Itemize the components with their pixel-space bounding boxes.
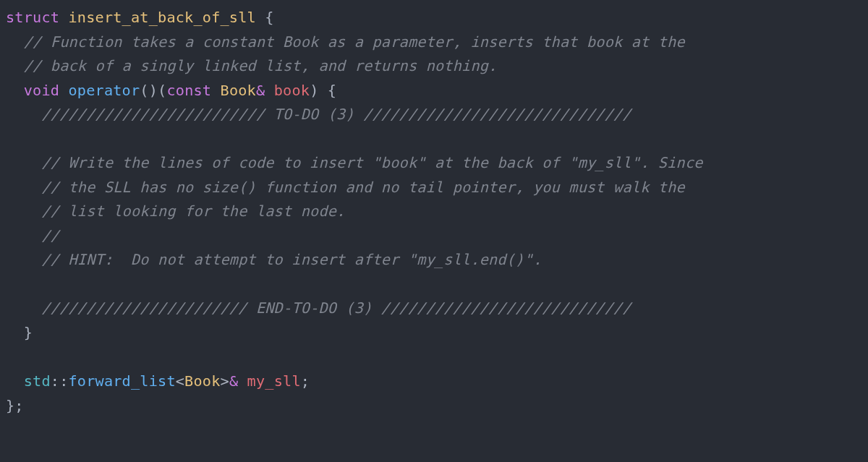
comment-line: // the SLL has no size() function and no… (41, 179, 684, 196)
close-brace: } (24, 324, 33, 341)
comment-line: // back of a singly linked list, and ret… (24, 57, 498, 74)
namespace-std: std (24, 372, 51, 390)
type-struct-name: insert_at_back_of_sll (68, 9, 255, 26)
comment-line: // Function takes a constant Book as a p… (24, 33, 685, 51)
ampersand: & (256, 82, 265, 99)
comment-line: // list looking for the last node. (41, 202, 345, 220)
angle-close: > (221, 372, 229, 390)
close-struct: }; (6, 397, 24, 414)
keyword-void: void (24, 82, 59, 99)
comment-hint: // HINT: Do not attempt to insert after … (41, 251, 542, 268)
comment-line: // Write the lines of code to insert "bo… (41, 154, 702, 171)
fn-forward-list: forward_list (69, 372, 176, 390)
open-brace: { (328, 82, 336, 99)
open-brace: { (265, 9, 273, 26)
param-book: book (274, 82, 310, 99)
comment-line: // (41, 227, 59, 244)
keyword-const: const (166, 82, 211, 99)
double-colon: :: (51, 372, 69, 390)
angle-open: < (176, 372, 184, 390)
member-my-sll: my_sll (247, 372, 301, 390)
fn-operator: operator (69, 82, 140, 99)
comment-todo-open: ///////////////////////// TO-DO (3) ////… (41, 106, 631, 123)
paren-close: ) (149, 82, 158, 99)
code-block: struct insert_at_back_of_sll { // Functi… (0, 0, 868, 418)
comment-todo-close: /////////////////////// END-TO-DO (3) //… (41, 299, 631, 317)
type-book: Book (221, 82, 256, 99)
paren-open: ( (140, 82, 148, 99)
keyword-struct: struct (6, 9, 59, 26)
paren-close: ) (310, 82, 318, 99)
semicolon: ; (301, 372, 310, 390)
paren-open: ( (158, 82, 166, 99)
type-book: Book (184, 372, 220, 390)
ampersand: & (229, 372, 238, 390)
